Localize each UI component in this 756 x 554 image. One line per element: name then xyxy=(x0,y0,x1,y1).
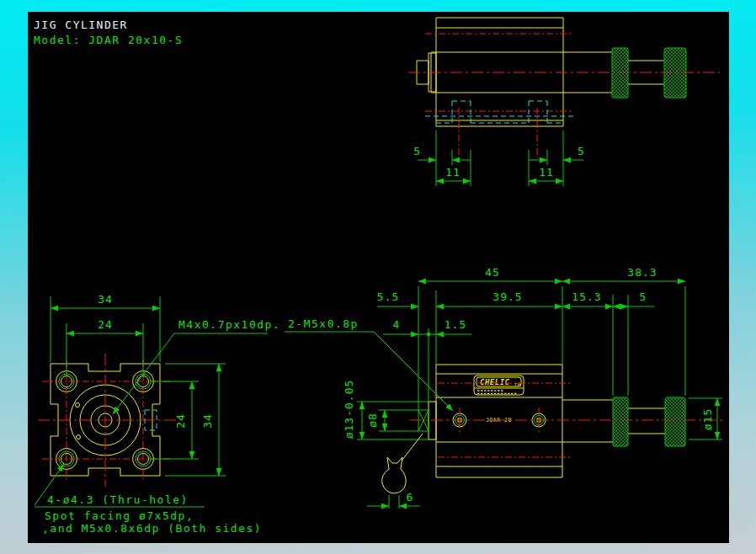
drawing-svg: 5 11 11 5 xyxy=(0,0,756,554)
dim-side-4: 4 xyxy=(393,318,401,331)
dim-side-5: 5 xyxy=(640,290,647,303)
dim-side-6: 6 xyxy=(407,491,414,503)
dim-side-15-3: 15.3 xyxy=(572,290,601,303)
dim-top-left-5: 5 xyxy=(413,145,421,157)
wrench-symbol xyxy=(382,434,423,493)
dim-side-45: 45 xyxy=(485,266,500,279)
dim-top-left-11: 11 xyxy=(445,166,461,178)
top-view: 5 11 11 5 xyxy=(408,18,720,186)
dim-side-5-5: 5.5 xyxy=(377,290,399,303)
label-tap: M4x0.7px10dp. xyxy=(178,318,280,331)
dim-side-39-5: 39.5 xyxy=(492,290,522,303)
brand-text: CHELIC xyxy=(480,378,510,386)
chelic-label: CHELIC TM xyxy=(474,376,524,395)
dim-side-dia8: ø8 xyxy=(366,413,379,428)
front-view: 34 24 24 34 M4x0.7px10dp. 4-ø4.3 (Thru-h… xyxy=(35,293,280,535)
label-both-sides: ,and M5x0.8x6dp (Both sides) xyxy=(42,522,262,535)
dim-side-1-5: 1.5 xyxy=(445,318,466,331)
label-spot-facing: Spot facing ø7x5dp, xyxy=(45,509,194,522)
dim-side-38-3: 38.3 xyxy=(627,266,657,279)
dim-top-right-5: 5 xyxy=(578,145,585,157)
dim-front-height-34: 34 xyxy=(201,413,214,429)
dim-side-dia13: ø13-0.05 xyxy=(343,380,355,439)
label-fineprint-lines xyxy=(477,391,517,394)
label-ports: 2-M5x0.8p xyxy=(288,317,359,330)
top-view-hidden-lines xyxy=(425,101,574,126)
dim-top-right-11: 11 xyxy=(539,166,554,178)
dim-side-dia15: ø15 xyxy=(701,408,714,430)
dim-front-height-24: 24 xyxy=(174,413,187,429)
side-view-knobs xyxy=(613,397,685,446)
top-view-dim-lines xyxy=(418,131,583,186)
dim-front-width-24: 24 xyxy=(98,318,113,331)
dim-front-width-34: 34 xyxy=(98,293,113,306)
label-thru-hole: 4-ø4.3 (Thru-hole) xyxy=(47,493,189,506)
side-view: CHELIC TM JDAR 20 xyxy=(285,266,726,509)
cad-viewport: JIG CYLINDER Model: JDAR 20x10-S xyxy=(0,0,756,554)
